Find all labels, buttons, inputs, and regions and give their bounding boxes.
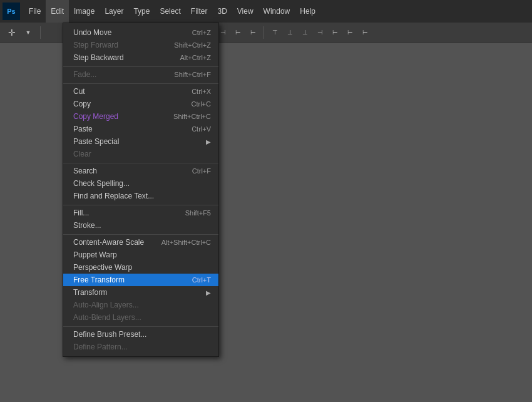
menu-file[interactable]: File [24,0,46,23]
menu-free-transform[interactable]: Free Transform Ctrl+T [63,274,218,286]
ps-logo: Ps [3,3,20,20]
menu-define-pattern[interactable]: Define Pattern... [63,341,218,353]
menu-3d[interactable]: 3D [212,0,232,23]
menu-auto-blend-layers[interactable]: Auto-Blend Layers... [63,311,218,324]
menu-image[interactable]: Image [69,0,100,23]
menu-fill[interactable]: Fill... Shift+F5 [63,207,218,219]
distribute-hcenter-icon[interactable]: ⊢ [328,26,342,39]
menu-find-replace[interactable]: Find and Replace Text... [63,190,218,202]
menu-window[interactable]: Window [258,0,295,23]
menu-perspective-warp[interactable]: Perspective Warp [63,261,218,274]
align-hcenter-icon[interactable]: ⊢ [231,26,245,39]
alignment-controls: ⊤ ⊥ ⊥ ⊣ ⊢ ⊢ ⊤ ⊥ ⊥ ⊣ ⊢ ⊢ ⊢ [171,26,527,39]
menu-section-fill: Fill... Shift+F5 Stroke... [63,205,218,233]
menu-select[interactable]: Select [155,0,185,23]
distribute-extra-icon[interactable]: ⊢ [358,26,372,39]
menu-undo-move[interactable]: Undo Move Ctrl+Z [63,26,218,39]
menu-copy[interactable]: Copy Ctrl+C [63,98,218,110]
menu-section-fade: Fade... Shift+Ctrl+F [63,66,218,82]
menu-section-search: Search Ctrl+F Check Spelling... Find and… [63,163,218,204]
distribute-right-icon[interactable]: ⊢ [343,26,357,39]
align-right-icon[interactable]: ⊢ [246,26,260,39]
menu-edit[interactable]: Edit [46,0,69,23]
toolbar-separator [40,26,41,39]
distribute-bottom-icon[interactable]: ⊥ [298,26,312,39]
menu-search[interactable]: Search Ctrl+F [63,165,218,177]
menu-copy-merged[interactable]: Copy Merged Shift+Ctrl+C [63,110,218,123]
menu-define-brush-preset[interactable]: Define Brush Preset... [63,328,218,341]
menu-cut[interactable]: Cut Ctrl+X [63,85,218,98]
menu-step-forward[interactable]: Step Forward Shift+Ctrl+Z [63,39,218,51]
menu-fade[interactable]: Fade... Shift+Ctrl+F [63,68,218,81]
menu-layer[interactable]: Layer [100,0,128,23]
menu-view[interactable]: View [232,0,258,23]
menubar: Ps File Edit Image Layer Type Select Fil… [0,0,532,23]
menu-auto-align-layers[interactable]: Auto-Align Layers... [63,299,218,311]
menu-content-aware-scale[interactable]: Content-Aware Scale Alt+Shift+Ctrl+C [63,236,218,249]
menu-section-clipboard: Cut Ctrl+X Copy Ctrl+C Copy Merged Shift… [63,83,218,162]
edit-dropdown-menu: Undo Move Ctrl+Z Step Forward Shift+Ctrl… [63,23,219,357]
distribute-top-icon[interactable]: ⊤ [268,26,282,39]
menu-type[interactable]: Type [128,0,155,23]
menu-clear[interactable]: Clear [63,148,218,160]
menu-check-spelling[interactable]: Check Spelling... [63,177,218,190]
toolbar-sep2 [263,26,264,39]
menu-transform[interactable]: Transform ▶ [63,286,218,299]
menu-section-transform: Content-Aware Scale Alt+Shift+Ctrl+C Pup… [63,234,218,325]
menu-help[interactable]: Help [295,0,320,23]
menu-paste-special[interactable]: Paste Special ▶ [63,135,218,148]
distribute-left-icon[interactable]: ⊣ [313,26,327,39]
menu-section-define: Define Brush Preset... Define Pattern... [63,326,218,354]
move-tool-icon[interactable]: ✛ [5,26,19,39]
menu-section-undo: Undo Move Ctrl+Z Step Forward Shift+Ctrl… [63,25,218,65]
distribute-vcenter-icon[interactable]: ⊥ [283,26,297,39]
menu-puppet-warp[interactable]: Puppet Warp [63,249,218,261]
menu-filter[interactable]: Filter [186,0,213,23]
menu-paste[interactable]: Paste Ctrl+V [63,123,218,135]
toolbar-dropdown-icon[interactable]: ▼ [21,26,35,39]
menu-step-backward[interactable]: Step Backward Alt+Ctrl+Z [63,51,218,64]
menu-stroke[interactable]: Stroke... [63,219,218,232]
